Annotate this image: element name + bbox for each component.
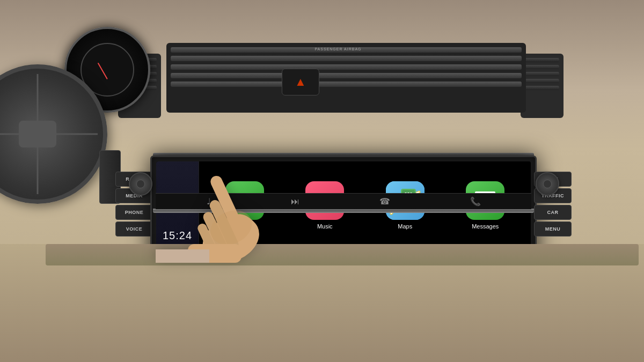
steering-spoke-v bbox=[37, 74, 39, 194]
messages-label: Messages bbox=[472, 223, 499, 230]
strip-btn-3[interactable]: ☎ bbox=[379, 196, 390, 206]
airbag-label: PASSENGER AIRBAG bbox=[263, 47, 413, 51]
maps-label: Maps bbox=[398, 223, 412, 230]
time-display: 15:24 bbox=[163, 230, 192, 242]
strip-btn-1[interactable]: ♩ bbox=[207, 196, 211, 206]
strip-btn-4[interactable]: 📞 bbox=[470, 196, 481, 206]
right-vent bbox=[521, 54, 564, 118]
phone-label: Phone bbox=[236, 223, 253, 230]
knob-center bbox=[543, 180, 552, 188]
music-label: Music bbox=[317, 223, 333, 230]
vent-slat bbox=[525, 79, 559, 83]
center-vents bbox=[166, 43, 526, 113]
left-knob[interactable] bbox=[129, 172, 152, 196]
voice-button[interactable]: VOICE bbox=[115, 221, 153, 237]
right-knob[interactable] bbox=[536, 172, 559, 196]
steering-wheel bbox=[0, 64, 107, 204]
floor-area bbox=[0, 244, 644, 362]
vent-slat bbox=[171, 56, 522, 61]
vent-slat bbox=[171, 82, 522, 87]
knob-center bbox=[136, 180, 145, 188]
vent-slat bbox=[171, 64, 522, 70]
chrome-trim-bottom bbox=[153, 209, 534, 213]
menu-button[interactable]: MENU bbox=[534, 221, 572, 237]
vent-slat bbox=[525, 86, 559, 90]
vent-slat bbox=[525, 65, 559, 69]
console-trim-bottom bbox=[46, 244, 639, 265]
bottom-strip: ♩ ⏭ ☎ 📞 bbox=[156, 193, 531, 209]
airbag-area: PASSENGER AIRBAG bbox=[263, 47, 413, 51]
vent-slat bbox=[525, 72, 559, 76]
strip-btn-2[interactable]: ⏭ bbox=[291, 197, 299, 206]
car-button[interactable]: CAR bbox=[534, 205, 572, 220]
hazard-button[interactable]: ▲ bbox=[282, 69, 319, 95]
hazard-triangle-icon: ▲ bbox=[295, 75, 306, 89]
steering-spoke-h bbox=[0, 134, 98, 135]
vent-slat bbox=[525, 58, 559, 62]
phone-button[interactable]: PHONE bbox=[115, 205, 153, 220]
vent-slat bbox=[171, 73, 522, 78]
